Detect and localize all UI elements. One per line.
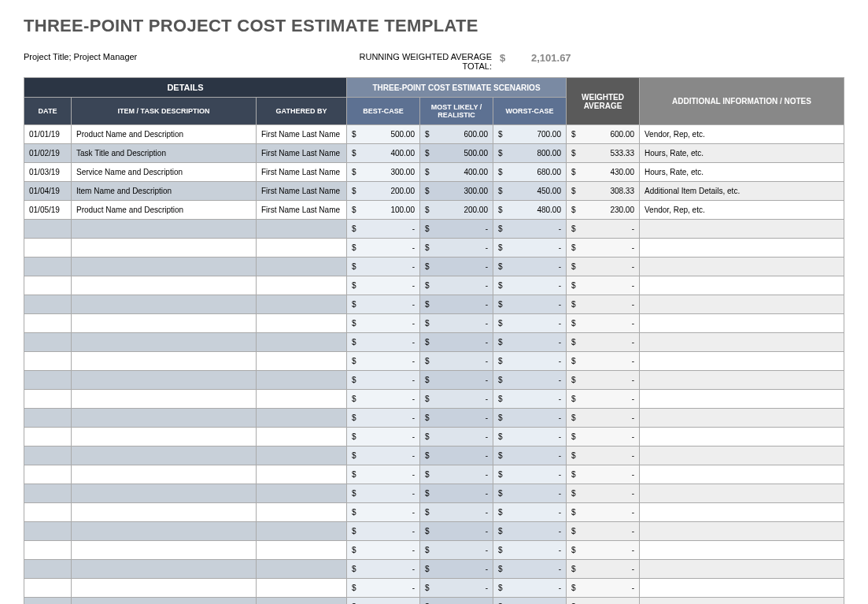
cell-worst[interactable]: $- (493, 390, 567, 409)
cell-date[interactable] (24, 276, 72, 295)
cell-gathered[interactable] (257, 220, 347, 239)
cell-likely[interactable]: $- (420, 239, 493, 258)
cell-likely[interactable]: $- (420, 503, 493, 522)
cell-item[interactable] (72, 428, 257, 447)
cell-notes[interactable]: Vendor, Rep, etc. (640, 125, 844, 144)
cell-notes[interactable] (640, 314, 844, 333)
cell-weighted[interactable]: $600.00 (567, 125, 640, 144)
cell-item[interactable] (72, 560, 257, 579)
cell-gathered[interactable] (257, 390, 347, 409)
cell-weighted[interactable]: $- (567, 447, 640, 465)
cell-best[interactable]: $- (347, 409, 420, 428)
cell-weighted[interactable]: $- (567, 390, 640, 409)
cell-weighted[interactable]: $- (567, 409, 640, 428)
cell-item[interactable] (72, 333, 257, 352)
cell-gathered[interactable] (257, 447, 347, 465)
cell-worst[interactable]: $- (493, 428, 567, 447)
cell-worst[interactable]: $- (493, 352, 567, 371)
cell-date[interactable] (24, 239, 72, 258)
cell-weighted[interactable]: $- (567, 371, 640, 390)
cell-gathered[interactable] (257, 579, 347, 598)
cell-likely[interactable]: $- (420, 541, 493, 560)
cell-best[interactable]: $- (347, 465, 420, 484)
cell-notes[interactable] (640, 447, 844, 465)
cell-likely[interactable]: $500.00 (420, 144, 493, 163)
cell-notes[interactable] (640, 428, 844, 447)
cell-item[interactable] (72, 295, 257, 314)
cell-date[interactable]: 01/05/19 (24, 201, 72, 220)
cell-worst[interactable]: $- (493, 258, 567, 276)
cell-item[interactable] (72, 239, 257, 258)
cell-worst[interactable]: $- (493, 409, 567, 428)
cell-best[interactable]: $- (347, 447, 420, 465)
cell-best[interactable]: $- (347, 220, 420, 239)
cell-item[interactable] (72, 465, 257, 484)
cell-likely[interactable]: $- (420, 314, 493, 333)
cell-weighted[interactable]: $308.33 (567, 182, 640, 201)
cell-likely[interactable]: $400.00 (420, 163, 493, 182)
cell-date[interactable] (24, 522, 72, 541)
cell-item[interactable] (72, 447, 257, 465)
cell-likely[interactable]: $- (420, 560, 493, 579)
cell-likely[interactable]: $- (420, 484, 493, 503)
cell-worst[interactable]: $- (493, 447, 567, 465)
cell-gathered[interactable] (257, 314, 347, 333)
cell-gathered[interactable] (257, 484, 347, 503)
cell-best[interactable]: $- (347, 541, 420, 560)
cell-notes[interactable] (640, 409, 844, 428)
cell-weighted[interactable]: $533.33 (567, 144, 640, 163)
cell-gathered[interactable] (257, 352, 347, 371)
cell-weighted[interactable]: $- (567, 220, 640, 239)
cell-gathered[interactable] (257, 503, 347, 522)
cell-date[interactable] (24, 503, 72, 522)
cell-notes[interactable] (640, 276, 844, 295)
cell-best[interactable]: $200.00 (347, 182, 420, 201)
cell-gathered[interactable] (257, 409, 347, 428)
cell-likely[interactable]: $- (420, 447, 493, 465)
cell-date[interactable] (24, 484, 72, 503)
cell-worst[interactable]: $680.00 (493, 163, 567, 182)
cell-item[interactable] (72, 484, 257, 503)
cell-notes[interactable] (640, 598, 844, 605)
cell-likely[interactable]: $- (420, 371, 493, 390)
cell-best[interactable]: $- (347, 598, 420, 605)
cell-date[interactable] (24, 428, 72, 447)
cell-best[interactable]: $- (347, 503, 420, 522)
cell-weighted[interactable]: $- (567, 579, 640, 598)
cell-gathered[interactable] (257, 276, 347, 295)
cell-best[interactable]: $- (347, 428, 420, 447)
cell-date[interactable] (24, 220, 72, 239)
cell-item[interactable] (72, 409, 257, 428)
cell-date[interactable] (24, 579, 72, 598)
cell-weighted[interactable]: $- (567, 333, 640, 352)
cell-notes[interactable]: Vendor, Rep, etc. (640, 201, 844, 220)
cell-weighted[interactable]: $- (567, 295, 640, 314)
cell-date[interactable]: 01/02/19 (24, 144, 72, 163)
cell-worst[interactable]: $- (493, 579, 567, 598)
cell-worst[interactable]: $450.00 (493, 182, 567, 201)
cell-date[interactable]: 01/03/19 (24, 163, 72, 182)
cell-notes[interactable] (640, 579, 844, 598)
cell-best[interactable]: $300.00 (347, 163, 420, 182)
cell-gathered[interactable] (257, 598, 347, 605)
cell-notes[interactable] (640, 258, 844, 276)
cell-notes[interactable] (640, 484, 844, 503)
cell-likely[interactable]: $- (420, 276, 493, 295)
cell-weighted[interactable]: $- (567, 465, 640, 484)
cell-likely[interactable]: $- (420, 258, 493, 276)
cell-weighted[interactable]: $- (567, 276, 640, 295)
cell-item[interactable] (72, 390, 257, 409)
cell-worst[interactable]: $- (493, 503, 567, 522)
cell-item[interactable]: Item Name and Description (72, 182, 257, 201)
cell-notes[interactable] (640, 239, 844, 258)
cell-best[interactable]: $- (347, 484, 420, 503)
cell-gathered[interactable] (257, 295, 347, 314)
cell-weighted[interactable]: $430.00 (567, 163, 640, 182)
cell-gathered[interactable]: First Name Last Name (257, 182, 347, 201)
cell-worst[interactable]: $- (493, 295, 567, 314)
cell-worst[interactable]: $- (493, 522, 567, 541)
cell-date[interactable] (24, 560, 72, 579)
cell-gathered[interactable]: First Name Last Name (257, 163, 347, 182)
cell-gathered[interactable] (257, 465, 347, 484)
cell-notes[interactable] (640, 352, 844, 371)
